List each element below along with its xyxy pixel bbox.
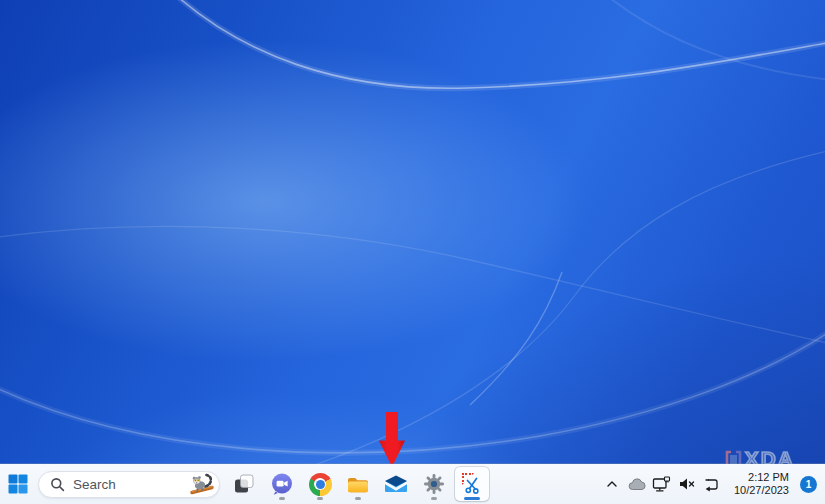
task-view-icon — [232, 472, 256, 496]
settings-button[interactable] — [417, 467, 451, 501]
notification-badge[interactable]: 1 — [800, 476, 817, 493]
chrome-button[interactable] — [303, 467, 337, 501]
task-view-button[interactable] — [227, 467, 261, 501]
running-indicator — [317, 497, 323, 500]
chrome-icon — [309, 473, 332, 496]
network-ethernet-icon — [652, 476, 671, 493]
system-tray: 2:12 PM 10/27/2023 1 — [600, 469, 817, 499]
search-input[interactable]: Search — [38, 471, 220, 498]
running-indicator — [355, 497, 361, 500]
onedrive-button[interactable] — [625, 469, 649, 499]
taskbar-app-icons — [227, 467, 489, 501]
windows-logo-icon — [8, 474, 28, 494]
active-window-indicator — [464, 497, 480, 500]
clock-time: 2:12 PM — [748, 471, 789, 484]
onedrive-cloud-icon — [628, 478, 646, 491]
chat-video-icon — [270, 472, 294, 496]
snipping-tool-button[interactable] — [455, 467, 489, 501]
clock-date: 10/27/2023 — [734, 484, 789, 497]
running-indicator — [431, 497, 437, 500]
search-highlight-lemur-image[interactable] — [189, 472, 216, 496]
folder-icon — [346, 472, 370, 496]
mail-envelope-icon — [384, 474, 408, 494]
desktop: XDA Search — [0, 0, 825, 504]
notification-count: 1 — [806, 479, 812, 490]
snipping-tool-icon — [460, 472, 484, 496]
taskbar: Search — [0, 464, 825, 504]
gear-icon — [422, 472, 446, 496]
search-placeholder: Search — [73, 477, 181, 492]
chat-button[interactable] — [265, 467, 299, 501]
tray-clock[interactable]: 2:12 PM 10/27/2023 — [731, 469, 792, 499]
file-explorer-button[interactable] — [341, 467, 375, 501]
restart-arrow-icon — [703, 477, 720, 492]
mail-button[interactable] — [379, 467, 413, 501]
wallpaper-streaks — [0, 0, 825, 464]
chevron-up-icon — [606, 479, 618, 489]
tray-overflow-button[interactable] — [600, 469, 624, 499]
volume-button[interactable] — [675, 469, 699, 499]
search-icon — [50, 477, 65, 492]
start-button[interactable] — [2, 467, 34, 501]
network-button[interactable] — [650, 469, 674, 499]
restart-pending-button[interactable] — [700, 469, 724, 499]
volume-muted-icon — [678, 477, 695, 491]
running-indicator — [279, 497, 285, 500]
